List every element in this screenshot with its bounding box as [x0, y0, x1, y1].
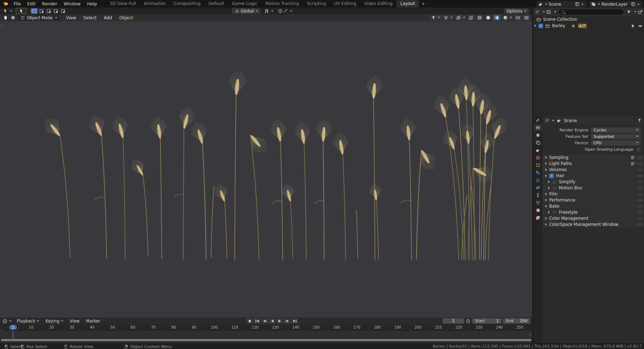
render-pass-icon[interactable]: [514, 15, 522, 20]
object-visibility-filter-icon[interactable]: [430, 15, 441, 20]
rendered-shading-icon[interactable]: [502, 15, 513, 20]
proportional-edit-icon[interactable]: [278, 8, 283, 14]
workspace-tab-motion-tracking[interactable]: Motion Tracking: [261, 0, 303, 8]
view-layer-name[interactable]: RenderLayer: [600, 2, 630, 7]
device-dropdown[interactable]: CPU: [591, 140, 641, 146]
workspace-tab-game-logic[interactable]: Game Logic: [228, 0, 262, 8]
drag-handle-icon[interactable]: [638, 217, 642, 220]
timeline-editor-icon[interactable]: [2, 319, 8, 324]
play-reverse-button[interactable]: [269, 318, 275, 324]
drag-handle-icon[interactable]: [638, 156, 642, 159]
select-mode-extend-button[interactable]: [38, 8, 45, 14]
current-frame-field[interactable]: 1: [443, 318, 464, 324]
outliner-row-scene-collection[interactable]: Scene Collection: [533, 16, 644, 23]
blender-logo-icon[interactable]: [3, 1, 8, 6]
workspace-tab-video-editing[interactable]: Video Editing: [360, 0, 396, 8]
section-motion-blur[interactable]: Motion Blur: [542, 185, 644, 191]
osl-checkbox[interactable]: [636, 147, 641, 152]
feature-set-dropdown[interactable]: Supported: [591, 134, 641, 139]
xray-toggle-icon[interactable]: [467, 15, 475, 20]
drag-handle-icon[interactable]: [638, 193, 642, 195]
select-mode-subtract-button[interactable]: [45, 8, 52, 14]
section-volumes[interactable]: Volumes: [542, 167, 644, 173]
modifiers-properties-tab[interactable]: [533, 169, 542, 176]
jump-to-start-button[interactable]: [254, 318, 260, 324]
overlays-icon[interactable]: [455, 15, 466, 20]
workspace-tab-3d-view-full[interactable]: 3D View Full: [106, 0, 140, 8]
start-frame-field[interactable]: Start1: [472, 318, 502, 324]
freestyle-checkbox[interactable]: [552, 210, 557, 215]
workspace-tab-animation[interactable]: Animation: [140, 0, 170, 8]
scene-name[interactable]: Scene: [547, 2, 575, 7]
motion-blur-checkbox[interactable]: [552, 186, 557, 190]
texture-properties-tab[interactable]: [533, 214, 542, 222]
outliner-filter-id-icon[interactable]: [546, 9, 551, 15]
menu-edit[interactable]: Edit: [24, 1, 39, 6]
material-preview-shading-icon[interactable]: [493, 15, 501, 20]
auto-keyframe-icon[interactable]: [465, 318, 471, 324]
jump-to-end-button[interactable]: [291, 318, 298, 324]
outliner-search-input[interactable]: [559, 9, 624, 15]
add-workspace-button[interactable]: +: [419, 0, 428, 8]
outliner-filter-icon[interactable]: [626, 9, 631, 15]
presets-icon[interactable]: [630, 161, 635, 166]
world-properties-tab[interactable]: [533, 154, 542, 161]
section-freestyle[interactable]: Freestyle: [542, 209, 644, 215]
scene-unlink-icon[interactable]: ×: [580, 2, 585, 7]
next-keyframe-button[interactable]: [284, 318, 291, 324]
drag-handle-icon[interactable]: [638, 163, 642, 165]
timeline-tracks[interactable]: [0, 331, 532, 339]
scene-copy-icon[interactable]: [575, 1, 580, 7]
shading-ball-icon[interactable]: [10, 15, 16, 20]
selectable-icon[interactable]: [630, 23, 636, 29]
collection-checkbox[interactable]: ✓: [538, 24, 543, 28]
section-simplify[interactable]: Simplify: [542, 179, 644, 185]
wireframe-shading-icon[interactable]: [476, 15, 483, 20]
view-layer-properties-tab[interactable]: [533, 139, 542, 146]
scene-properties-tab[interactable]: [533, 146, 542, 154]
timeline-ruler[interactable]: 1 10203040506070809010011012013014015016…: [0, 325, 532, 331]
simplify-checkbox[interactable]: [552, 180, 557, 184]
play-button[interactable]: [276, 318, 283, 324]
orientation-dropdown[interactable]: Global: [232, 8, 260, 14]
pin-icon[interactable]: [637, 118, 642, 123]
menu-render[interactable]: Render: [39, 1, 60, 6]
scene-browse-icon[interactable]: [538, 1, 543, 7]
timeline-scrollbar[interactable]: [0, 339, 532, 341]
section-colorspace-management-window[interactable]: ColorSpace Management Window: [542, 222, 644, 227]
select-mode-intersect-button[interactable]: [59, 8, 67, 14]
viewport-3d[interactable]: ›: [0, 21, 532, 318]
scene-selector[interactable]: Scene ×: [536, 1, 587, 8]
drag-handle-icon[interactable]: [638, 223, 642, 226]
mode-dropdown[interactable]: Object Mode: [18, 15, 59, 21]
gizmo-icon[interactable]: [442, 15, 454, 20]
section-performance[interactable]: Performance: [542, 197, 644, 203]
viewport-menu-add[interactable]: Add: [100, 15, 116, 20]
section-sampling[interactable]: Sampling: [542, 155, 644, 160]
expand-icon[interactable]: [535, 24, 536, 27]
material-properties-tab[interactable]: [533, 207, 542, 214]
section-bake[interactable]: Bake: [542, 203, 644, 209]
drag-handle-icon[interactable]: [638, 211, 642, 214]
prev-keyframe-button[interactable]: [261, 318, 268, 324]
record-button[interactable]: [246, 318, 253, 324]
workspace-tab-uv-editing[interactable]: UV Editing: [330, 0, 360, 8]
workspace-tab-layout[interactable]: Layout: [396, 0, 419, 8]
physics-properties-tab[interactable]: [533, 184, 542, 192]
constraints-properties-tab[interactable]: [533, 192, 542, 199]
hide-eye-icon[interactable]: [638, 23, 643, 29]
new-collection-icon[interactable]: [638, 9, 643, 15]
playhead[interactable]: 1: [9, 325, 17, 330]
tool-properties-tab[interactable]: [533, 116, 542, 124]
drag-handle-icon[interactable]: [638, 181, 642, 183]
view-layer-selector[interactable]: RenderLayer ×: [589, 1, 643, 8]
particles-properties-tab[interactable]: [533, 176, 542, 184]
section-color-management[interactable]: Color Management: [542, 215, 644, 221]
timeline-expand-icon[interactable]: ›: [1, 328, 3, 332]
object-data-properties-tab[interactable]: [533, 199, 542, 207]
properties-display-icon[interactable]: [545, 118, 550, 123]
hair-checkbox[interactable]: ✓: [549, 174, 554, 178]
select-mode-new-button[interactable]: [31, 8, 38, 14]
drag-handle-icon[interactable]: [638, 199, 642, 202]
active-tool-dropdown-icon[interactable]: [3, 8, 8, 14]
